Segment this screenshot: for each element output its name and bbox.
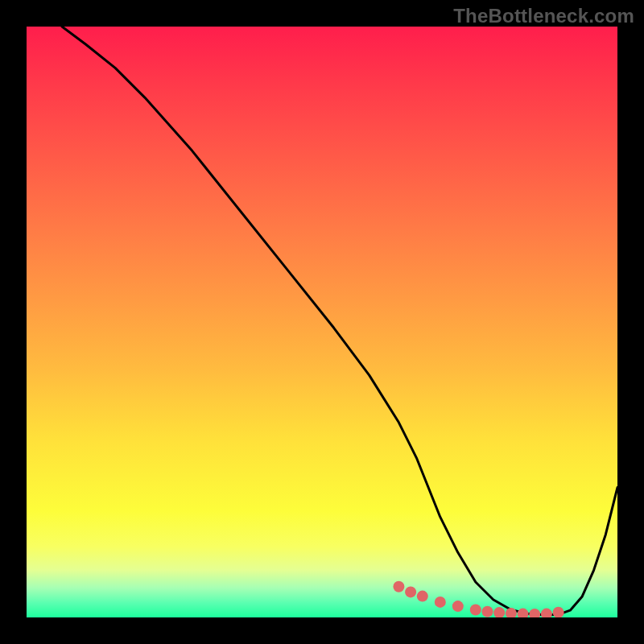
marker-dot	[393, 581, 404, 592]
marker-dot	[417, 591, 428, 602]
marker-dot	[518, 609, 529, 617]
marker-dot	[482, 606, 493, 617]
chart-frame: TheBottleneck.com	[0, 0, 644, 644]
marker-dot	[405, 586, 416, 597]
marker-dot	[452, 601, 464, 612]
chart-overlay	[27, 27, 617, 617]
watermark-text: TheBottleneck.com	[453, 5, 634, 27]
marker-dot	[493, 607, 505, 617]
marker-dot	[541, 609, 552, 617]
marker-dot	[470, 605, 481, 616]
marker-dot	[435, 597, 446, 608]
marker-dot	[506, 608, 517, 617]
marker-dot	[553, 607, 564, 617]
marker-dot	[529, 609, 540, 617]
bottleneck-curve-path	[62, 27, 617, 615]
